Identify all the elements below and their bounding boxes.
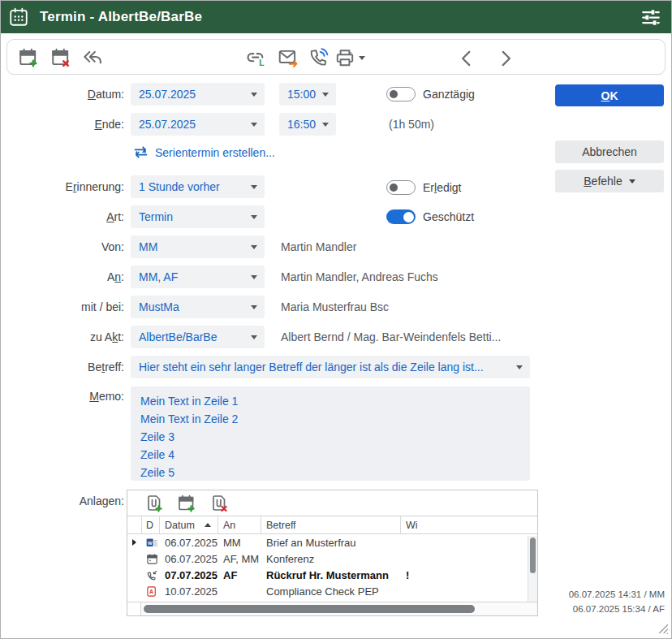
col-selector[interactable] xyxy=(127,516,142,533)
word-document-icon: W xyxy=(146,537,158,549)
table-row[interactable]: 06.07.2025 AF, MM Konferenz xyxy=(127,550,537,567)
ganztaegig-label: Ganztägig xyxy=(423,88,475,101)
vertical-scrollbar[interactable] xyxy=(528,536,537,602)
col-datum[interactable]: Datum xyxy=(160,516,218,533)
print-icon[interactable] xyxy=(334,47,355,68)
chevron-down-icon xyxy=(322,123,329,127)
geschuetzt-label: Geschützt xyxy=(423,210,474,223)
attachment-add-icon[interactable] xyxy=(144,494,164,513)
col-wi[interactable]: Wi xyxy=(401,516,537,533)
appointment-delete-icon[interactable] xyxy=(50,47,71,68)
zu-akt-fullname: Albert Bernd / Mag. Bar-Weindenfels Bett… xyxy=(281,330,501,343)
col-betreff[interactable]: Betreff xyxy=(261,516,401,533)
table-row[interactable]: W 06.07.2025 MM Brief an Musterfrau xyxy=(127,534,537,550)
anlagen-table: D Datum An Betreff Wi W 06.07.2025 MM Br… xyxy=(127,490,538,616)
betreff-label: Betreff: xyxy=(1,361,124,373)
erledigt-label: Erledigt xyxy=(423,181,461,194)
undo-icon[interactable] xyxy=(81,47,102,68)
mit-bei-combo[interactable]: MustMa xyxy=(131,296,265,318)
attachment-delete-icon[interactable] xyxy=(209,494,229,513)
main-toolbar: L xyxy=(6,39,666,75)
table-row[interactable]: A 10.07.2025 Compliance Check PEP xyxy=(127,583,537,599)
horizontal-scrollbar[interactable] xyxy=(127,602,537,615)
svg-text:W: W xyxy=(148,540,153,545)
link-icon[interactable]: L xyxy=(245,47,266,68)
print-options-caret-icon[interactable] xyxy=(359,56,365,60)
zu-akt-combo[interactable]: AlbertBe/BarBe xyxy=(131,326,265,348)
row-selector-icon xyxy=(132,539,136,546)
chevron-down-icon xyxy=(251,335,257,339)
memo-line: Mein Text in Zeile 1 xyxy=(140,392,520,410)
ende-time-combo[interactable]: 16:50 xyxy=(279,113,336,136)
datum-time-combo[interactable]: 15:00 xyxy=(279,83,336,106)
betreff-combo[interactable]: Hier steht ein sehr langer Betreff der l… xyxy=(131,356,530,378)
mail-forward-icon[interactable] xyxy=(278,47,299,68)
toggle-knob xyxy=(390,183,398,192)
ok-button[interactable]: OK xyxy=(555,84,664,106)
svg-text:L: L xyxy=(259,58,264,67)
appointment-attach-add-icon[interactable] xyxy=(177,494,196,513)
erinnerung-combo[interactable]: 1 Stunde vorher xyxy=(131,175,265,198)
memo-line: Zeile 3 xyxy=(140,428,520,446)
chevron-down-icon xyxy=(516,365,523,369)
titlebar: Termin - AlbertBe/BarBe xyxy=(1,1,671,33)
memo-line: Zeile 5 xyxy=(140,464,520,481)
table-row[interactable]: 07.07.2025 AF Rückruf Hr. Mustermann ! xyxy=(127,567,537,583)
ende-date-combo[interactable]: 25.07.2025 xyxy=(131,113,265,136)
record-stamps: 06.07.2025 14:31 / MM 06.07.2025 15:34 /… xyxy=(569,587,665,616)
anlagen-toolbar xyxy=(127,490,537,516)
toggle-knob xyxy=(390,90,398,98)
geschuetzt-toggle[interactable] xyxy=(386,209,416,224)
an-combo[interactable]: MM, AF xyxy=(131,266,265,288)
scrollbar-thumb[interactable] xyxy=(530,538,536,573)
calendar-icon xyxy=(8,6,29,28)
phone-callback-icon xyxy=(146,569,158,581)
anlagen-label: Anlagen: xyxy=(1,494,124,507)
ende-label: Ende: xyxy=(1,118,124,131)
chevron-down-icon xyxy=(322,93,329,97)
art-combo[interactable]: Termin xyxy=(131,205,265,228)
von-fullname: Martin Mandler xyxy=(281,240,356,253)
chevron-down-icon xyxy=(251,245,257,249)
von-combo[interactable]: MM xyxy=(131,235,265,258)
scrollbar-track[interactable] xyxy=(141,602,537,615)
chevron-down-icon xyxy=(251,305,257,309)
col-an[interactable]: An xyxy=(218,516,261,533)
modified-stamp: 06.07.2025 15:34 / AF xyxy=(569,602,665,616)
ganztaegig-toggle[interactable] xyxy=(386,87,416,101)
an-label: An: xyxy=(1,270,124,283)
termin-dialog: Termin - AlbertBe/BarBe L xyxy=(0,0,672,639)
datum-label: Datum: xyxy=(1,88,124,101)
erinnerung-label: Erinnerung: xyxy=(1,180,124,193)
an-fullnames: Martin Mandler, Andreas Fuchs xyxy=(281,270,438,283)
appointment-add-icon[interactable] xyxy=(18,47,39,68)
memo-line: Zeile 4 xyxy=(140,446,520,464)
col-d[interactable]: D xyxy=(142,516,160,533)
datum-date-combo[interactable]: 25.07.2025 xyxy=(131,83,265,106)
scrollbar-thumb[interactable] xyxy=(144,605,475,613)
chevron-down-icon xyxy=(251,275,257,279)
serientermin-link[interactable]: Serientermin erstellen... xyxy=(155,146,275,159)
calendar-icon xyxy=(146,553,158,565)
scrollbar-corner xyxy=(127,602,141,615)
erledigt-toggle[interactable] xyxy=(386,180,416,195)
memo-textarea[interactable]: Mein Text in Zeile 1 Mein Text in Zeile … xyxy=(131,386,530,481)
memo-line: Mein Text in Zeile 2 xyxy=(140,410,520,428)
memo-label: Memo: xyxy=(1,390,124,403)
befehle-button[interactable]: Befehle xyxy=(555,170,664,192)
pdf-icon: A xyxy=(146,585,158,598)
art-label: Art: xyxy=(1,210,124,223)
chevron-down-icon xyxy=(251,93,257,97)
repeat-icon[interactable] xyxy=(132,144,149,161)
call-icon[interactable] xyxy=(308,47,329,68)
previous-icon[interactable] xyxy=(456,48,477,69)
abbrechen-button[interactable]: Abbrechen xyxy=(555,140,664,163)
chevron-down-icon xyxy=(251,123,257,127)
resize-grip[interactable] xyxy=(655,620,669,634)
next-icon[interactable] xyxy=(495,48,516,69)
zu-akt-label: zu Akt: xyxy=(1,330,124,343)
settings-tune-icon[interactable] xyxy=(640,6,661,28)
chevron-down-icon xyxy=(251,215,257,219)
mit-bei-label: mit / bei: xyxy=(1,300,124,313)
mit-bei-fullname: Maria Musterfrau Bsc xyxy=(281,300,389,313)
